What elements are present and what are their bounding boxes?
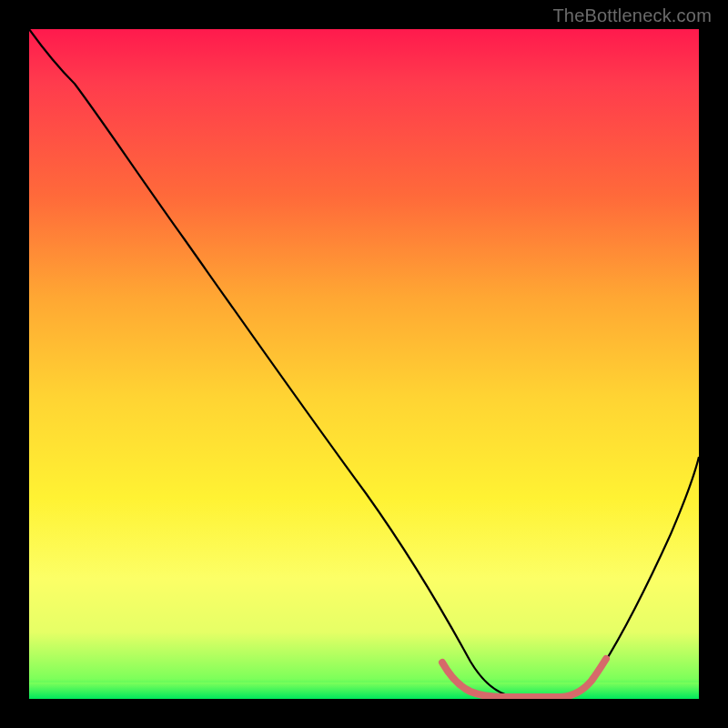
watermark-text: TheBottleneck.com [552, 5, 712, 26]
valley-highlight [442, 659, 606, 697]
plot-area [29, 29, 699, 699]
curve-svg [29, 29, 699, 699]
bottleneck-curve [29, 29, 699, 696]
chart-frame: TheBottleneck.com [0, 0, 728, 728]
